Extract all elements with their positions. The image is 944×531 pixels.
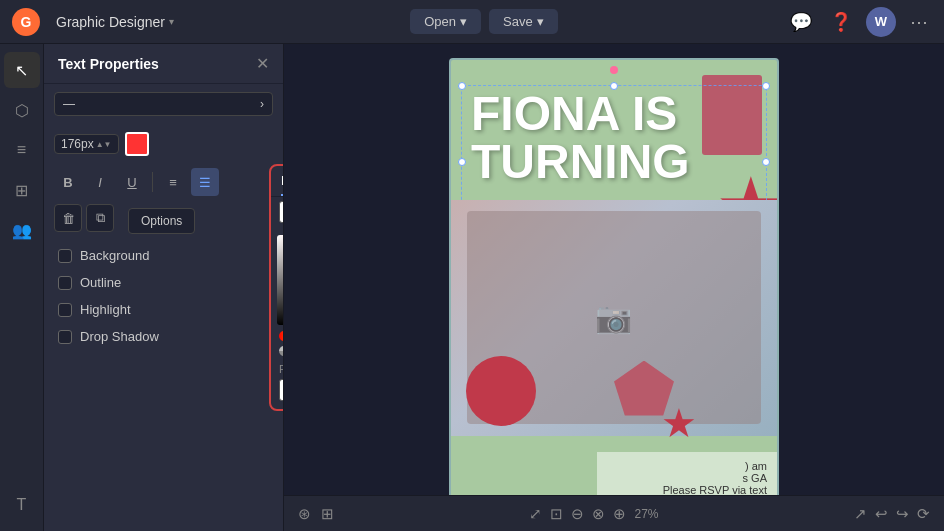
handle-top-right[interactable] — [762, 82, 770, 90]
font-row: — › — [44, 84, 283, 124]
topbar: G Graphic Designer ▾ Open ▾ Save ▾ 💬 ❓ W… — [0, 0, 944, 44]
align-left-button[interactable]: ≡ — [159, 168, 187, 196]
recent-colors — [271, 377, 284, 409]
drop-shadow-label: Drop Shadow — [80, 329, 159, 344]
size-stepper-icon: ▲▼ — [96, 140, 112, 149]
app-chevron-icon: ▾ — [169, 16, 174, 27]
hex-row: ✏ 🔗 ⊞ + — [271, 197, 284, 227]
font-size-box[interactable]: 176px ▲▼ — [54, 134, 119, 154]
italic-button[interactable]: I — [86, 168, 114, 196]
card-title-line2: TURNING — [471, 138, 757, 186]
font-selector[interactable]: — › — [54, 92, 273, 116]
icon-sidebar: ↖ ⬡ ≡ ⊞ 👥 T — [0, 44, 44, 531]
zoom-in-icon-button[interactable]: ⊕ — [613, 505, 626, 523]
highlight-checkbox[interactable] — [58, 303, 72, 317]
sidebar-item-elements[interactable]: ⊞ — [4, 172, 40, 208]
panel-close-button[interactable]: ✕ — [256, 54, 269, 73]
outline-effect-item: Outline — [44, 269, 283, 296]
card-title: FIONA IS TURNING — [471, 90, 757, 186]
zoom-out-icon-button[interactable]: ⊖ — [571, 505, 584, 523]
bottom-center-controls: ⤢ ⊡ ⊖ ⊗ ⊕ 27% — [529, 505, 658, 523]
bold-button[interactable]: B — [54, 168, 82, 196]
user-avatar[interactable]: W — [866, 7, 896, 37]
color-gradient[interactable] — [277, 235, 284, 325]
topbar-center: Open ▾ Save ▾ — [410, 9, 557, 34]
copy-button[interactable]: ⧉ — [86, 204, 114, 232]
size-color-row: 176px ▲▼ — [44, 124, 283, 164]
zoom-level: 27% — [634, 507, 658, 521]
recent-colors-label: Recent Colors — [271, 359, 284, 377]
help-icon-button[interactable]: ❓ — [826, 7, 856, 37]
format-row: B I U ≡ ☰ — [44, 164, 283, 200]
drop-shadow-effect-item: Drop Shadow — [44, 323, 283, 350]
handle-mid-right[interactable] — [762, 158, 770, 166]
font-chevron-icon: › — [260, 97, 264, 111]
topbar-right: 💬 ❓ W ⋯ — [786, 7, 932, 37]
sidebar-item-layers[interactable]: ≡ — [4, 132, 40, 168]
open-button[interactable]: Open ▾ — [410, 9, 481, 34]
grid-view-icon-button[interactable]: ⊞ — [321, 505, 334, 523]
main-layout: ↖ ⬡ ≡ ⊞ 👥 T Text Properties ✕ — › 176px … — [0, 44, 944, 531]
background-label: Background — [80, 248, 149, 263]
card-shape-circle — [466, 356, 536, 426]
outline-checkbox[interactable] — [58, 276, 72, 290]
topbar-left: G Graphic Designer ▾ — [12, 8, 182, 36]
font-name-label: — — [63, 97, 75, 111]
app-name-button[interactable]: Graphic Designer ▾ — [48, 10, 182, 34]
expand-icon-button[interactable]: ⋯ — [906, 7, 932, 37]
fit-icon-button[interactable]: ⤢ — [529, 505, 542, 523]
delete-button[interactable]: 🗑 — [54, 204, 82, 232]
panel-header: Text Properties ✕ — [44, 44, 283, 84]
color-picker-popup: Picker Library ✏ 🔗 ⊞ + — [269, 164, 284, 411]
card-shape-small-star: ★ — [661, 400, 697, 446]
format-separator — [152, 172, 153, 192]
sidebar-item-text[interactable]: T — [4, 487, 40, 523]
effects-row: 🗑 ⧉ Options — [44, 200, 283, 242]
app-logo: G — [12, 8, 40, 36]
options-button[interactable]: Options — [128, 208, 195, 234]
drop-shadow-checkbox[interactable] — [58, 330, 72, 344]
alpha-slider-row: 100 — [271, 343, 284, 359]
chat-icon-button[interactable]: 💬 — [786, 7, 816, 37]
card-info-line3: Please RSVP via text — [607, 484, 767, 496]
redo-icon-button[interactable]: ↪ — [896, 505, 909, 523]
background-checkbox[interactable] — [58, 249, 72, 263]
sidebar-item-pointer[interactable]: ↖ — [4, 52, 40, 88]
text-properties-panel: Text Properties ✕ — › 176px ▲▼ B I U ≡ ☰ — [44, 44, 284, 531]
outline-label: Outline — [80, 275, 121, 290]
background-effect-item: Background — [44, 242, 283, 269]
underline-button[interactable]: U — [118, 168, 146, 196]
share-icon-button[interactable]: ↗ — [854, 505, 867, 523]
canvas-bottom-bar: ⊛ ⊞ ⤢ ⊡ ⊖ ⊗ ⊕ 27% ↗ ↩ ↪ ⟳ — [284, 495, 944, 531]
crop-icon-button[interactable]: ⊡ — [550, 505, 563, 523]
font-size-value: 176px — [61, 137, 94, 151]
handle-top-left[interactable] — [458, 82, 466, 90]
layers-icon-button[interactable]: ⊛ — [298, 505, 311, 523]
handle-mid-left[interactable] — [458, 158, 466, 166]
rotate-handle[interactable] — [610, 66, 618, 74]
design-card: ★ FIONA IS TURNING 📷 — [449, 58, 779, 518]
bottom-left-controls: ⊛ ⊞ — [298, 505, 334, 523]
picker-tabs: Picker Library — [271, 166, 284, 197]
bottom-right-controls: ↗ ↩ ↪ ⟳ — [854, 505, 930, 523]
app-name-label: Graphic Designer — [56, 14, 165, 30]
save-button[interactable]: Save ▾ — [489, 9, 558, 34]
card-info-line1: ) am — [607, 460, 767, 472]
card-info-line2: s GA — [607, 472, 767, 484]
sidebar-item-shapes[interactable]: ⬡ — [4, 92, 40, 128]
history-icon-button[interactable]: ⟳ — [917, 505, 930, 523]
canvas-area[interactable]: ★ FIONA IS TURNING 📷 — [284, 44, 944, 531]
highlight-label: Highlight — [80, 302, 131, 317]
open-chevron-icon: ▾ — [460, 14, 467, 29]
color-swatch[interactable] — [125, 132, 149, 156]
undo-icon-button[interactable]: ↩ — [875, 505, 888, 523]
align-center-button[interactable]: ☰ — [191, 168, 219, 196]
hue-slider-row — [271, 329, 284, 343]
zoom-reset-icon-button[interactable]: ⊗ — [592, 505, 605, 523]
panel-title: Text Properties — [58, 56, 159, 72]
highlight-effect-item: Highlight — [44, 296, 283, 323]
sidebar-item-people[interactable]: 👥 — [4, 212, 40, 248]
save-chevron-icon: ▾ — [537, 14, 544, 29]
card-title-line1: FIONA IS — [471, 90, 757, 138]
